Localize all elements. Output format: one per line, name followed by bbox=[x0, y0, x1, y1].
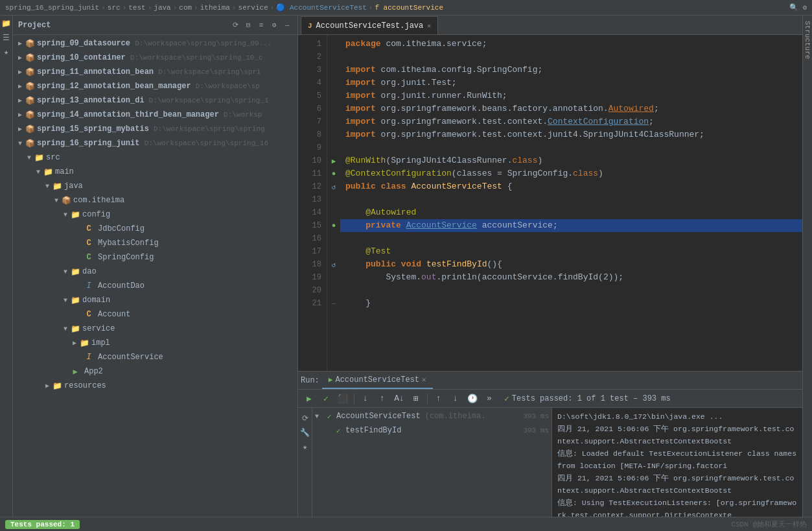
package-icon: 📦 bbox=[61, 195, 71, 206]
reload-gutter-icon[interactable]: ↺ bbox=[327, 180, 340, 193]
arrow-down-icon: ▼ bbox=[61, 297, 70, 304]
run-gutter-green-icon[interactable]: ● bbox=[327, 167, 340, 180]
log-line: 信息: Using TestExecutionListeners: [org.s… bbox=[557, 497, 797, 517]
tree-item-com-itheima[interactable]: ▼ 📦 com.itheima bbox=[13, 193, 297, 207]
sort-desc-button[interactable]: ↑ bbox=[375, 392, 389, 406]
bottom-content: ⟳ 🔧 ★ ▼ ✓ AccountServiceTest (com.itheim… bbox=[298, 408, 802, 517]
code-view[interactable]: package com.itheima.service; import com.… bbox=[340, 35, 802, 371]
breadcrumb-test[interactable]: test bbox=[128, 4, 145, 12]
structure-sidebar[interactable]: Structure bbox=[802, 16, 812, 517]
editor-area: J AccountServiceTest.java ✕ 1 2 3 4 5 6 … bbox=[298, 16, 802, 517]
interface-icon: I bbox=[84, 281, 94, 291]
tree-item-spring15[interactable]: ▶ 📦 spring_15_spring_mybatis D:\workspac… bbox=[13, 122, 297, 136]
breadcrumb-com[interactable]: com bbox=[179, 4, 192, 12]
tree-item-App2[interactable]: ▶ App2 bbox=[13, 364, 297, 379]
tree-item-src[interactable]: ▼ 📁 src bbox=[13, 150, 297, 165]
tree-item-spring11[interactable]: ▶ 📦 spring_11_annotation_bean D:\workspa… bbox=[13, 65, 297, 79]
code-line-14: @Autowired bbox=[340, 206, 802, 219]
expand-icon[interactable]: ≡ bbox=[256, 20, 266, 30]
tree-item-MybatisConfig[interactable]: C MybatisConfig bbox=[13, 236, 297, 250]
tab-close-button[interactable]: ✕ bbox=[422, 375, 426, 384]
tree-item-spring13[interactable]: ▶ 📦 spring_13_annotation_di D:\workspace… bbox=[13, 93, 297, 108]
tree-item-resources[interactable]: ▶ 📁 resources bbox=[13, 379, 297, 393]
tree-item-spring10[interactable]: ▶ 📦 spring_10_container D:\workspace\spr… bbox=[13, 51, 297, 65]
bottom-icon-2[interactable]: 🔧 bbox=[300, 427, 310, 438]
tree-label: spring_14_annotation_third_bean_manager … bbox=[37, 110, 262, 119]
tree-item-spring14[interactable]: ▶ 📦 spring_14_annotation_third_bean_mana… bbox=[13, 108, 297, 122]
run-gutter-green2-icon[interactable]: ● bbox=[327, 219, 340, 232]
structure-icon[interactable]: ☰ bbox=[1, 32, 12, 43]
tree-item-impl[interactable]: ▶ 📁 impl bbox=[13, 336, 297, 350]
sidebar-header: Project ⟳ ⊟ ≡ ⚙ — bbox=[13, 16, 297, 35]
tree-item-JdbcConfig[interactable]: C JdbcConfig bbox=[13, 222, 297, 236]
tree-label: JdbcConfig bbox=[98, 224, 145, 233]
tree-label: config bbox=[82, 210, 110, 219]
tree-item-java[interactable]: ▼ 📁 java bbox=[13, 179, 297, 193]
arrow-icon: ▶ bbox=[16, 97, 25, 104]
breadcrumb-service[interactable]: service bbox=[238, 4, 268, 12]
bottom-tab-run[interactable]: ▶ AccountServiceTest ✕ bbox=[322, 372, 433, 389]
run-gutter-icon[interactable]: ▶ bbox=[327, 154, 340, 167]
code-line-20 bbox=[340, 284, 802, 297]
tree-item-spring16[interactable]: ▼ 📦 spring_16_spring_junit D:\workspace\… bbox=[13, 136, 297, 150]
code-line-5: import org.junit.runner.RunWith; bbox=[340, 89, 802, 102]
tab-account-service-test[interactable]: J AccountServiceTest.java ✕ bbox=[301, 16, 438, 34]
clock-button[interactable]: 🕐 bbox=[465, 392, 480, 406]
tree-label: AccountDao bbox=[98, 281, 145, 290]
tree-item-spring09[interactable]: ▶ 📦 spring_09_datasource D:\workspace\sp… bbox=[13, 36, 297, 51]
arrow-icon: ▶ bbox=[16, 40, 25, 47]
tree-item-SpringConfig[interactable]: C SpringConfig bbox=[13, 250, 297, 265]
breadcrumb-project[interactable]: spring_16_spring_junit bbox=[5, 4, 99, 12]
tree-item-AccountDao[interactable]: I AccountDao bbox=[13, 279, 297, 293]
down-button[interactable]: ↓ bbox=[448, 392, 463, 406]
sync-icon[interactable]: ⟳ bbox=[230, 20, 240, 30]
log-line: 四月 21, 2021 5:06:06 下午 org.springframewo… bbox=[557, 423, 797, 447]
tree-label: service bbox=[82, 324, 115, 333]
run-button[interactable]: ▶ bbox=[302, 392, 316, 406]
more-button[interactable]: » bbox=[482, 392, 496, 406]
status-bar: Tests passed: 1 CSDN @她和夏天一样热 bbox=[0, 517, 812, 531]
settings-icon[interactable]: ⚙ bbox=[269, 20, 279, 30]
minimize-icon[interactable]: — bbox=[282, 20, 292, 30]
tree-label: spring_13_annotation_di D:\workspace\spr… bbox=[37, 96, 269, 105]
bottom-icon-1[interactable]: ⟳ bbox=[300, 413, 310, 423]
sort-asc-button[interactable]: ↓ bbox=[358, 392, 373, 406]
up-button[interactable]: ↑ bbox=[432, 392, 446, 406]
favorites-icon[interactable]: ★ bbox=[1, 47, 12, 57]
tree-item-config[interactable]: ▼ 📁 config bbox=[13, 207, 297, 222]
tree-item-Account[interactable]: C Account bbox=[13, 307, 297, 322]
test-tree-item-root[interactable]: ▼ ✓ AccountServiceTest (com.itheima. 393… bbox=[312, 409, 551, 423]
filter-button[interactable]: ⊞ bbox=[409, 392, 423, 406]
breadcrumb-itheima[interactable]: itheima bbox=[200, 4, 230, 12]
collapse-all-icon[interactable]: ⊟ bbox=[243, 20, 253, 30]
tab-close-button[interactable]: ✕ bbox=[427, 22, 431, 30]
reload2-gutter-icon[interactable]: ↺ bbox=[327, 258, 340, 271]
tree-label: domain bbox=[82, 296, 110, 305]
alphabetical-button[interactable]: A↓ bbox=[392, 392, 406, 406]
tree-item-dao[interactable]: ▼ 📁 dao bbox=[13, 265, 297, 279]
project-icon[interactable]: 📁 bbox=[1, 18, 12, 29]
breadcrumb-src[interactable]: src bbox=[108, 4, 121, 12]
breadcrumb-java[interactable]: java bbox=[154, 4, 170, 12]
arrow-right-icon: ▶ bbox=[70, 339, 79, 347]
tree-item-service[interactable]: ▼ 📁 service bbox=[13, 322, 297, 336]
settings-icon[interactable]: ⚙ bbox=[802, 3, 807, 12]
tab-icon: J bbox=[308, 22, 312, 30]
config-class-icon: C bbox=[84, 252, 94, 263]
tree-item-main[interactable]: ▼ 📁 main bbox=[13, 165, 297, 179]
tree-label: MybatisConfig bbox=[98, 239, 159, 248]
tree-item-AccountService[interactable]: I AccountService bbox=[13, 350, 297, 364]
bottom-tab-bar: Run: ▶ AccountServiceTest ✕ bbox=[298, 372, 802, 390]
breadcrumb-file[interactable]: 🔵 AccountServiceTest bbox=[276, 3, 366, 12]
search-icon[interactable]: 🔍 bbox=[789, 3, 798, 12]
test-pass-icon: ✓ bbox=[333, 427, 343, 435]
tree-item-spring12[interactable]: ▶ 📦 spring_12_annotation_bean_manager D:… bbox=[13, 79, 297, 93]
folder-icon: 📦 bbox=[25, 38, 35, 49]
tree-item-domain[interactable]: ▼ 📁 domain bbox=[13, 293, 297, 307]
rerun-button[interactable]: ✓ bbox=[319, 392, 333, 406]
test-tree-item-findById[interactable]: ✓ testFindById 393 ms bbox=[312, 423, 551, 438]
tree-label: spring_15_spring_mybatis D:\workspace\sp… bbox=[37, 124, 265, 134]
stop-button[interactable]: ⬛ bbox=[336, 392, 350, 406]
bottom-icon-3[interactable]: ★ bbox=[300, 442, 310, 452]
breadcrumb-method[interactable]: f accountService bbox=[375, 4, 443, 12]
